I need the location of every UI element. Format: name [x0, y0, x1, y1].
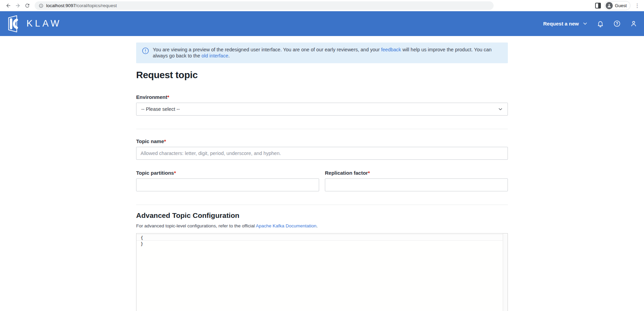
select-chevron-icon — [498, 107, 503, 111]
klaw-logo[interactable]: KLAW — [7, 15, 62, 32]
editor-line: } — [136, 241, 508, 247]
url-host: localhost:9097 — [46, 3, 76, 8]
person-icon — [607, 3, 611, 8]
topic-name-input[interactable] — [136, 147, 508, 160]
header-actions: Request a new — [543, 20, 637, 28]
environment-select[interactable]: -- Please select -- — [136, 103, 508, 116]
topic-partitions-input[interactable] — [136, 178, 319, 191]
request-a-new-label: Request a new — [543, 21, 579, 27]
address-bar[interactable]: localhost:9097/coral/topics/request — [35, 1, 494, 10]
replication-factor-input[interactable] — [325, 178, 508, 191]
browser-forward-button[interactable] — [13, 1, 22, 11]
old-interface-link[interactable]: old interface — [201, 53, 228, 58]
preview-info-banner: You are viewing a preview of the redesig… — [136, 42, 508, 63]
info-icon — [142, 47, 149, 54]
bell-icon — [597, 20, 604, 27]
browser-profile-chip[interactable]: Guest — [604, 1, 630, 10]
browser-chrome: localhost:9097/coral/topics/request Gues… — [0, 0, 644, 11]
replication-factor-label: Replication factor* — [325, 170, 508, 176]
banner-text-pre: You are viewing a preview of the redesig… — [153, 47, 381, 52]
feedback-link[interactable]: feedback — [381, 47, 401, 52]
klaw-logo-icon — [7, 15, 22, 32]
avatar — [606, 2, 613, 9]
required-asterisk: * — [368, 170, 370, 176]
apache-kafka-doc-link[interactable]: Apache Kafka Documentation — [256, 223, 316, 228]
brand-wordmark: KLAW — [26, 18, 62, 29]
page-title: Request topic — [136, 70, 508, 81]
environment-field: Environment* -- Please select -- — [136, 94, 508, 116]
topic-name-label: Topic name* — [136, 138, 508, 144]
environment-label: Environment* — [136, 94, 508, 100]
browser-back-button[interactable] — [3, 1, 13, 11]
editor-lines: { } — [136, 234, 508, 247]
browser-menu-icon[interactable]: ⋮ — [634, 3, 641, 8]
partitions-replication-row: Topic partitions* Replication factor* — [136, 170, 508, 191]
required-asterisk: * — [164, 138, 166, 144]
request-a-new-button[interactable]: Request a new — [543, 21, 587, 27]
url-text[interactable]: localhost:9097/coral/topics/request — [46, 3, 117, 8]
url-path: /coral/topics/request — [76, 3, 117, 8]
advanced-config-title: Advanced Topic Configuration — [136, 211, 508, 220]
advanced-config-description: For advanced topic-level configurations,… — [136, 223, 508, 228]
chevron-down-icon — [583, 21, 587, 26]
chrome-right-controls: Guest ⋮ — [595, 1, 641, 10]
back-arrow-icon — [5, 3, 11, 8]
help-button[interactable] — [613, 20, 621, 28]
profile-button[interactable] — [630, 20, 637, 28]
topic-name-field: Topic name* — [136, 138, 508, 160]
banner-text: You are viewing a preview of the redesig… — [153, 47, 496, 59]
browser-reload-button[interactable] — [22, 1, 32, 11]
required-asterisk: * — [167, 94, 169, 100]
banner-text-post: . — [228, 53, 229, 58]
reload-icon — [24, 3, 30, 8]
app-header: KLAW Request a new — [0, 11, 644, 36]
main-content: You are viewing a preview of the redesig… — [136, 42, 508, 311]
topic-partitions-field: Topic partitions* — [136, 170, 319, 191]
forward-arrow-icon — [15, 3, 21, 8]
required-asterisk: * — [174, 170, 176, 176]
topic-partitions-label: Topic partitions* — [136, 170, 319, 176]
section-divider — [136, 129, 508, 129]
side-panel-icon[interactable] — [595, 3, 601, 8]
editor-line: { — [136, 234, 508, 241]
notifications-button[interactable] — [596, 20, 604, 28]
user-icon — [630, 20, 637, 27]
page-info-icon[interactable] — [39, 3, 43, 8]
environment-select-value: -- Please select -- — [141, 106, 498, 112]
profile-name: Guest — [615, 3, 627, 8]
json-config-editor[interactable]: { } — [136, 233, 508, 311]
replication-factor-field: Replication factor* — [325, 170, 508, 191]
editor-scrollbar[interactable] — [503, 234, 508, 311]
section-divider — [136, 205, 508, 205]
question-circle-icon — [613, 20, 621, 27]
